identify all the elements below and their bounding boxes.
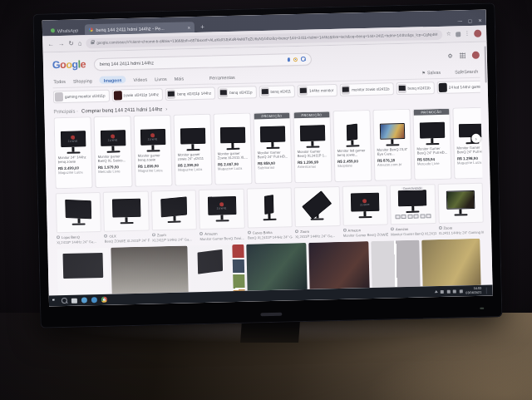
window-maximize-button[interactable]: ▢ bbox=[468, 18, 472, 23]
related-search-chip[interactable]: gaming monitor xl2411p bbox=[53, 90, 110, 104]
tools-button[interactable]: Ferramentas bbox=[209, 74, 235, 80]
forward-button[interactable]: → bbox=[58, 41, 65, 47]
product-card[interactable]: ZOWIE Monitor gamer Zowie XL2411 XL... R… bbox=[213, 112, 252, 185]
chevron-right-icon[interactable]: › bbox=[165, 106, 167, 111]
globe-icon bbox=[152, 233, 155, 236]
file-explorer-icon[interactable] bbox=[71, 298, 77, 303]
image-result[interactable]: ZOWIE OLX bbox=[103, 191, 150, 244]
browser-profile-avatar[interactable] bbox=[474, 30, 481, 37]
related-search-chip[interactable]: zowie xl2411p 144hz bbox=[111, 88, 163, 102]
image-result[interactable]: ZOWIE Zoom bbox=[151, 190, 198, 242]
shopping-carousel: › ZOWIE bbox=[54, 107, 483, 190]
page-scrollbar[interactable] bbox=[485, 47, 487, 83]
tab-imagens[interactable]: Imagens bbox=[99, 76, 126, 84]
related-search-chip[interactable]: 24 led 144hz gaming bbox=[437, 80, 480, 94]
image-result[interactable]: ZOWIE Zoom bbox=[294, 186, 341, 239]
notification-center-button[interactable] bbox=[486, 287, 490, 294]
extensions-icon[interactable] bbox=[456, 32, 461, 37]
lens-icon[interactable] bbox=[293, 57, 298, 62]
chip-label: benq xl2411b bbox=[407, 86, 430, 91]
related-search-chip[interactable]: benq xl2411p 144hz bbox=[165, 87, 215, 101]
tab-livros[interactable]: Livros bbox=[155, 76, 167, 81]
carousel-title[interactable]: Comprar benq 144 2411 hdmi 144hz bbox=[81, 106, 162, 113]
product-card[interactable]: ZOWIE Monitor led gamer benq zowie... R$… bbox=[332, 110, 372, 182]
monitor-base-graphic bbox=[66, 152, 80, 154]
result-image: ZOWIE bbox=[294, 186, 341, 227]
product-card[interactable]: ZOWIE Monitor 24" 144hz benq zowie gamer… bbox=[54, 116, 93, 189]
tray-icon[interactable] bbox=[453, 289, 456, 293]
browser-menu-icon[interactable]: ⋮ bbox=[465, 31, 470, 37]
image-thumbnail[interactable] bbox=[190, 244, 231, 296]
image-result[interactable]: ZOWIE Amazon bbox=[199, 189, 245, 241]
tray-icon[interactable] bbox=[460, 289, 463, 293]
start-button-icon[interactable] bbox=[52, 299, 57, 304]
related-search-chip[interactable]: benq xl2411 bbox=[259, 85, 295, 98]
mic-icon[interactable] bbox=[288, 57, 290, 62]
monitor-base-graphic bbox=[215, 220, 229, 221]
monitor-base-graphic bbox=[120, 222, 133, 224]
image-thumbnail[interactable] bbox=[246, 242, 308, 295]
google-profile-avatar[interactable] bbox=[472, 51, 480, 58]
monitor-graphic: ZOWIE bbox=[259, 126, 284, 142]
image-result[interactable]: ZOWIE Zoom bbox=[437, 183, 484, 235]
image-thumbnail[interactable] bbox=[232, 244, 245, 295]
tab-shopping[interactable]: Shopping bbox=[73, 78, 92, 84]
taskbar-search-icon[interactable] bbox=[62, 298, 67, 304]
product-card[interactable]: ZOWIE Monitor gamer BenQ XL Series... R$… bbox=[93, 116, 132, 188]
related-search-chip[interactable]: monitor zowie xl2411b bbox=[340, 82, 394, 96]
saved-collections-button[interactable]: ⚑ Salvas bbox=[421, 69, 441, 75]
chrome-icon[interactable] bbox=[101, 297, 107, 303]
skype-icon[interactable] bbox=[81, 297, 87, 303]
tab-todos[interactable]: Todos bbox=[53, 78, 66, 83]
tab-whatsapp-label: WhatsApp bbox=[57, 27, 79, 33]
tab-mais[interactable]: Mais bbox=[175, 76, 185, 81]
window-close-button[interactable]: ✕ bbox=[478, 18, 482, 23]
search-icon[interactable] bbox=[301, 57, 306, 62]
image-result[interactable]: ZOWIE Casas Bahia bbox=[246, 187, 293, 240]
tab-videos[interactable]: Vídeos bbox=[133, 77, 147, 81]
product-seller: Magazine Luiza bbox=[215, 165, 251, 171]
product-card[interactable]: ZOWIE Monitor gamer benq zowie xl2411...… bbox=[133, 115, 172, 187]
tab-whatsapp[interactable]: WhatsApp bbox=[47, 24, 83, 36]
chip-label: benq xl2411 bbox=[270, 89, 291, 94]
product-card[interactable]: PROMOÇÃO ZOWIE Monitor Gamer BenQ bbox=[253, 111, 292, 184]
chip-label: 24 led 144hz gaming bbox=[449, 85, 480, 90]
image-result[interactable]: ZOWIE Lojas BenQ bbox=[56, 192, 102, 244]
window-minimize-button[interactable]: — bbox=[457, 18, 462, 23]
related-search-chip[interactable]: benq xl2411b bbox=[396, 81, 435, 95]
result-image: ZOWIE bbox=[437, 183, 484, 224]
reload-button[interactable]: ↻ bbox=[68, 40, 73, 47]
google-apps-grid-icon[interactable] bbox=[460, 52, 466, 58]
google-logo[interactable]: Google bbox=[52, 59, 86, 70]
home-button[interactable]: ⌂ bbox=[78, 40, 82, 47]
tray-icon[interactable] bbox=[441, 289, 444, 293]
related-search-chip[interactable]: benq xl2411p bbox=[218, 86, 257, 99]
image-result[interactable]: Conectividade ZOWIE bbox=[390, 184, 436, 236]
globe-icon bbox=[438, 226, 441, 230]
monitor-base-graphic bbox=[426, 143, 439, 145]
taskbar-clock[interactable]: 16:53 03/06/2021 bbox=[466, 287, 481, 294]
product-card[interactable]: PROMOÇÃO ZOWIE Monitor Gamer BenQ bbox=[293, 111, 332, 183]
bookmark-star-icon[interactable]: ☆ bbox=[446, 32, 451, 37]
related-search-chip[interactable]: 144hz monitor bbox=[298, 84, 337, 97]
image-result[interactable]: ZOWIE Amazon bbox=[342, 185, 388, 237]
back-button[interactable]: ← bbox=[47, 41, 54, 47]
tab-close-icon[interactable]: ✕ bbox=[187, 25, 190, 30]
result-image: ZOWIE bbox=[56, 192, 102, 233]
image-thumbnail[interactable] bbox=[57, 247, 110, 295]
product-card[interactable]: PROMOÇÃO ZOWIE Monitor Gamer BenQ bbox=[412, 108, 451, 180]
telegram-icon[interactable] bbox=[91, 297, 97, 303]
tray-icon[interactable] bbox=[447, 289, 451, 293]
new-tab-button[interactable]: + bbox=[197, 24, 208, 32]
settings-gear-icon[interactable]: ⚙ bbox=[447, 52, 452, 58]
search-input[interactable]: benq 144 2411 hdmi 144hz bbox=[94, 52, 312, 70]
safesearch-button[interactable]: SafeSearch bbox=[455, 68, 478, 74]
image-thumbnail[interactable] bbox=[111, 245, 189, 295]
product-card[interactable]: ZOWIE Monitor gamer zowie 24" xl2411 led… bbox=[173, 114, 212, 186]
promo-badge: PROMOÇÃO bbox=[293, 111, 329, 118]
product-card[interactable]: ZOWIE Monitor BenQ 23,8" Eye Care... R$ … bbox=[372, 109, 411, 181]
product-card[interactable]: ZOWIE Monitor Gamer BenQ 24" Full HD R$ … bbox=[452, 107, 482, 180]
zowie-logo-icon bbox=[219, 202, 224, 206]
tray-caret-icon[interactable] bbox=[435, 290, 438, 293]
monitor-graphic: ZOWIE bbox=[160, 196, 187, 217]
